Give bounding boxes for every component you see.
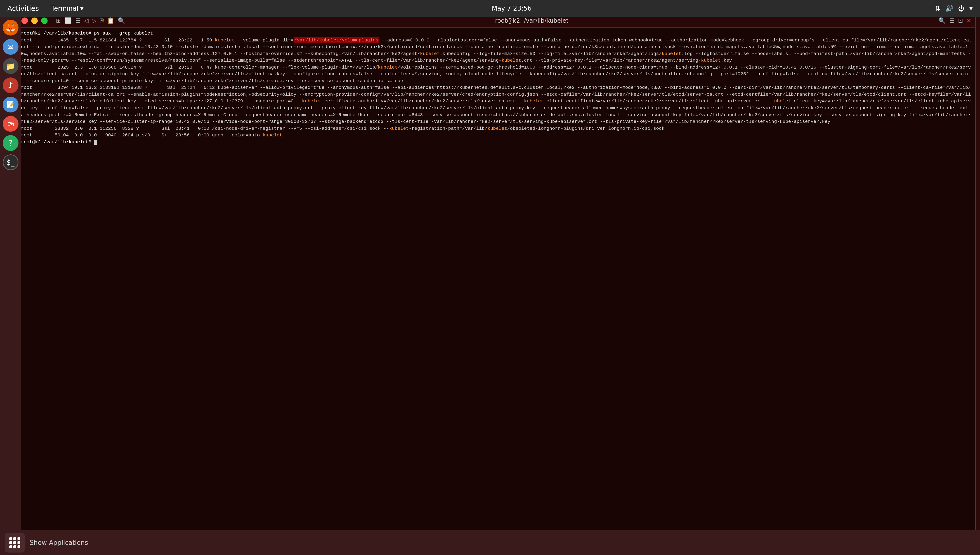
new-tab-icon[interactable]: ⊞: [56, 17, 61, 24]
sound-icon[interactable]: 🔊: [945, 5, 953, 12]
menu-icon[interactable]: ☰: [75, 17, 81, 24]
bottom-bar: Show Applications: [0, 530, 980, 555]
top-bar-clock: May 7 23:56: [88, 5, 935, 12]
sidebar-app-software[interactable]: 🛍: [3, 116, 19, 132]
sidebar-app-firefox[interactable]: 🦊: [3, 20, 19, 35]
terminal-line: root 3294 19.1 16.2 2133192 1318588 ? Ss…: [21, 84, 972, 125]
window-icon[interactable]: ⊡: [958, 17, 963, 24]
back-icon[interactable]: ◁: [84, 17, 88, 24]
split-icon[interactable]: ⬜: [64, 17, 72, 24]
terminal-line: root 2825 2.3 1.8 885568 148324 ? Ssl 23…: [21, 64, 972, 85]
network-icon[interactable]: ⇅: [935, 5, 940, 12]
terminal-line: root 50104 0.0 0.0 9040 2604 pts/0 S+ 23…: [21, 132, 972, 139]
sidebar: 🦊 ✉ 📁 ♪ 📝 🛍 ? $_: [0, 17, 21, 530]
copy-icon[interactable]: ⎘: [100, 17, 104, 24]
grid-icon: [10, 537, 20, 548]
sidebar-app-files[interactable]: 📁: [3, 58, 19, 74]
terminal-body[interactable]: root@k2:/var/lib/kubelet# ps aux | grep …: [18, 27, 975, 555]
sidebar-app-email[interactable]: ✉: [3, 39, 19, 55]
activities-button[interactable]: Activities: [0, 0, 46, 17]
power-icon[interactable]: ⏻: [958, 5, 964, 12]
terminal-window: ⊞ ⬜ ☰ ◁ ▷ ⎘ 📋 🔍 root@k2: /var/lib/kubele…: [17, 14, 975, 555]
show-applications-button[interactable]: [5, 533, 25, 553]
paste-icon[interactable]: 📋: [107, 17, 114, 24]
minimize-button[interactable]: [31, 18, 38, 24]
close-button[interactable]: [21, 18, 28, 24]
terminal-title: root@k2: /var/lib/kubelet: [129, 17, 935, 24]
top-bar: Activities Terminal ▾ May 7 23:56 ⇅ 🔊 ⏻ …: [0, 0, 980, 17]
sidebar-app-help[interactable]: ?: [3, 135, 19, 151]
terminal-menu[interactable]: Terminal ▾: [46, 5, 88, 12]
terminal-line: root@k2:/var/lib/kubelet# ps aux | grep …: [21, 30, 972, 37]
settings-icon[interactable]: ▾: [969, 5, 973, 12]
show-applications-label: Show Applications: [30, 539, 88, 546]
terminal-line: root 1435 5.7 1.5 821304 122784 ? Sl 23:…: [21, 37, 972, 64]
search-toolbar-icon[interactable]: 🔍: [938, 17, 946, 24]
terminal-menu-arrow: ▾: [80, 5, 83, 12]
terminal-close-icon[interactable]: ✕: [966, 17, 971, 24]
forward-icon[interactable]: ▷: [92, 17, 96, 24]
maximize-button[interactable]: [41, 18, 48, 24]
find-icon[interactable]: 🔍: [118, 17, 125, 24]
sidebar-app-music[interactable]: ♪: [3, 77, 19, 93]
sidebar-app-writer[interactable]: 📝: [3, 97, 19, 112]
terminal-line: root 23832 0.0 0.1 112256 8328 ? Ssl 23:…: [21, 125, 972, 132]
terminal-line: root@k2:/var/lib/kubelet#: [21, 139, 972, 146]
menu-toolbar-icon[interactable]: ☰: [949, 17, 954, 24]
terminal-menu-label: Terminal: [51, 5, 78, 12]
sidebar-app-terminal[interactable]: $_: [3, 154, 19, 170]
top-bar-right: ⇅ 🔊 ⏻ ▾: [935, 5, 980, 12]
